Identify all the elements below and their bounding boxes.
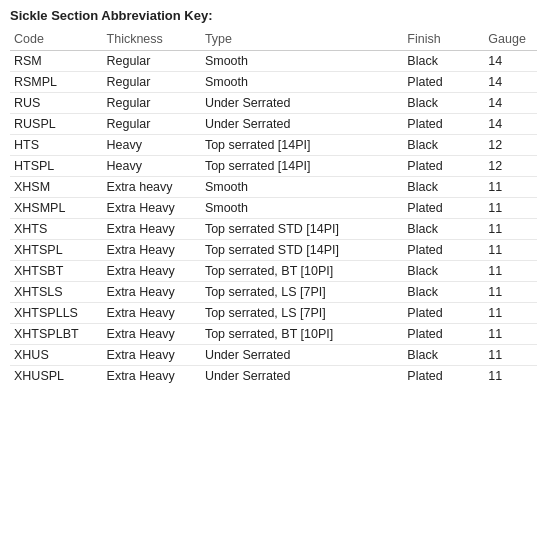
cell-type: Top serrated, LS [7PI]	[201, 303, 403, 324]
cell-type: Smooth	[201, 198, 403, 219]
cell-gauge: 12	[484, 135, 537, 156]
table-row: XHTSPLExtra HeavyTop serrated STD [14PI]…	[10, 240, 537, 261]
table-row: XHSMExtra heavySmoothBlack11	[10, 177, 537, 198]
cell-code: XHUSPL	[10, 366, 103, 387]
cell-code: XHSM	[10, 177, 103, 198]
cell-thickness: Extra Heavy	[103, 366, 201, 387]
cell-code: XHSMPL	[10, 198, 103, 219]
cell-type: Smooth	[201, 51, 403, 72]
cell-finish: Plated	[403, 240, 484, 261]
cell-type: Top serrated STD [14PI]	[201, 240, 403, 261]
cell-code: XHTSBT	[10, 261, 103, 282]
table-row: XHTSPLLSExtra HeavyTop serrated, LS [7PI…	[10, 303, 537, 324]
cell-gauge: 11	[484, 240, 537, 261]
cell-type: Top serrated [14PI]	[201, 156, 403, 177]
cell-gauge: 14	[484, 51, 537, 72]
cell-thickness: Regular	[103, 72, 201, 93]
cell-thickness: Extra Heavy	[103, 324, 201, 345]
cell-code: XHTSPLLS	[10, 303, 103, 324]
cell-finish: Black	[403, 261, 484, 282]
cell-gauge: 11	[484, 282, 537, 303]
cell-thickness: Extra heavy	[103, 177, 201, 198]
table-row: RUSRegularUnder SerratedBlack14	[10, 93, 537, 114]
cell-finish: Plated	[403, 72, 484, 93]
cell-type: Under Serrated	[201, 114, 403, 135]
cell-thickness: Heavy	[103, 156, 201, 177]
cell-code: XHTS	[10, 219, 103, 240]
cell-finish: Plated	[403, 324, 484, 345]
cell-gauge: 11	[484, 219, 537, 240]
cell-finish: Black	[403, 177, 484, 198]
cell-finish: Plated	[403, 156, 484, 177]
table-row: RSMRegularSmoothBlack14	[10, 51, 537, 72]
col-header-finish: Finish	[403, 29, 484, 51]
cell-thickness: Extra Heavy	[103, 303, 201, 324]
cell-finish: Plated	[403, 114, 484, 135]
cell-code: RSM	[10, 51, 103, 72]
cell-type: Top serrated [14PI]	[201, 135, 403, 156]
table-row: XHSMPLExtra HeavySmoothPlated11	[10, 198, 537, 219]
cell-thickness: Extra Heavy	[103, 240, 201, 261]
cell-type: Under Serrated	[201, 345, 403, 366]
table-row: HTSPLHeavyTop serrated [14PI]Plated12	[10, 156, 537, 177]
cell-finish: Black	[403, 219, 484, 240]
cell-gauge: 14	[484, 93, 537, 114]
col-header-thickness: Thickness	[103, 29, 201, 51]
cell-type: Top serrated STD [14PI]	[201, 219, 403, 240]
table-row: HTSHeavyTop serrated [14PI]Black12	[10, 135, 537, 156]
cell-type: Top serrated, BT [10PI]	[201, 261, 403, 282]
cell-type: Smooth	[201, 177, 403, 198]
col-header-gauge: Gauge	[484, 29, 537, 51]
table-row: XHTSBTExtra HeavyTop serrated, BT [10PI]…	[10, 261, 537, 282]
cell-finish: Plated	[403, 303, 484, 324]
table-header-row: Code Thickness Type Finish Gauge	[10, 29, 537, 51]
cell-finish: Black	[403, 282, 484, 303]
cell-finish: Plated	[403, 198, 484, 219]
cell-finish: Black	[403, 93, 484, 114]
col-header-code: Code	[10, 29, 103, 51]
cell-gauge: 11	[484, 366, 537, 387]
cell-thickness: Regular	[103, 51, 201, 72]
cell-code: RSMPL	[10, 72, 103, 93]
cell-gauge: 11	[484, 324, 537, 345]
cell-type: Under Serrated	[201, 93, 403, 114]
cell-finish: Plated	[403, 366, 484, 387]
cell-code: HTS	[10, 135, 103, 156]
cell-gauge: 11	[484, 198, 537, 219]
cell-type: Under Serrated	[201, 366, 403, 387]
cell-thickness: Extra Heavy	[103, 282, 201, 303]
cell-type: Smooth	[201, 72, 403, 93]
cell-gauge: 14	[484, 72, 537, 93]
cell-thickness: Heavy	[103, 135, 201, 156]
cell-code: XHTSPLBT	[10, 324, 103, 345]
cell-code: RUS	[10, 93, 103, 114]
page-title: Sickle Section Abbreviation Key:	[10, 8, 537, 23]
cell-code: XHUS	[10, 345, 103, 366]
table-row: XHUSPLExtra HeavyUnder SerratedPlated11	[10, 366, 537, 387]
cell-gauge: 14	[484, 114, 537, 135]
cell-gauge: 11	[484, 261, 537, 282]
cell-gauge: 11	[484, 177, 537, 198]
cell-finish: Black	[403, 135, 484, 156]
cell-gauge: 11	[484, 345, 537, 366]
cell-code: XHTSLS	[10, 282, 103, 303]
cell-code: RUSPL	[10, 114, 103, 135]
cell-code: HTSPL	[10, 156, 103, 177]
cell-finish: Black	[403, 345, 484, 366]
cell-type: Top serrated, LS [7PI]	[201, 282, 403, 303]
table-row: XHTSExtra HeavyTop serrated STD [14PI]Bl…	[10, 219, 537, 240]
cell-thickness: Extra Heavy	[103, 345, 201, 366]
cell-thickness: Regular	[103, 93, 201, 114]
cell-finish: Black	[403, 51, 484, 72]
cell-gauge: 12	[484, 156, 537, 177]
cell-thickness: Extra Heavy	[103, 198, 201, 219]
cell-thickness: Extra Heavy	[103, 219, 201, 240]
col-header-type: Type	[201, 29, 403, 51]
table-row: XHTSPLBTExtra HeavyTop serrated, BT [10P…	[10, 324, 537, 345]
table-row: RUSPLRegularUnder SerratedPlated14	[10, 114, 537, 135]
cell-code: XHTSPL	[10, 240, 103, 261]
cell-type: Top serrated, BT [10PI]	[201, 324, 403, 345]
cell-gauge: 11	[484, 303, 537, 324]
cell-thickness: Regular	[103, 114, 201, 135]
cell-thickness: Extra Heavy	[103, 261, 201, 282]
